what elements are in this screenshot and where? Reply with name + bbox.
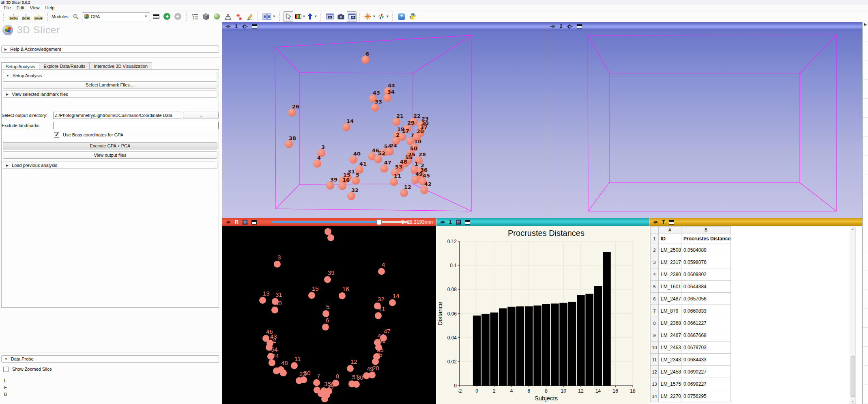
view-menu-icon[interactable] — [251, 220, 257, 225]
python-console-button[interactable] — [408, 11, 417, 22]
mouse-interaction-button[interactable] — [284, 11, 293, 22]
table-cell[interactable]: LM_2368 — [659, 317, 681, 329]
markups-button[interactable] — [234, 11, 244, 22]
table-cell[interactable]: LM_1575 — [659, 378, 681, 390]
landmark-point-14[interactable]: 14 — [342, 123, 350, 131]
output-directory-input[interactable] — [53, 112, 181, 119]
table-cell[interactable]: LM_879 — [659, 305, 681, 317]
landmark-point-11[interactable]: 11 — [390, 178, 398, 186]
view-selected-landmark-files-section[interactable]: ▶ View selected landmark files — [3, 91, 217, 98]
row-number[interactable]: 8 — [651, 317, 659, 329]
landmark-point[interactable] — [314, 387, 320, 393]
table-view[interactable]: T AB1IDProcrustes Distance2LM_25080.0584… — [649, 218, 862, 404]
chart-view[interactable]: 1 -202468101214161800.020.040.060.080.10… — [436, 218, 649, 404]
table-cell[interactable]: 0.0661227 — [681, 317, 731, 329]
landmark-point-38[interactable]: 38 — [285, 140, 293, 148]
load-dicom-button[interactable]: ↕DCM — [20, 11, 32, 22]
save-button[interactable]: ↓SAVE — [33, 11, 44, 22]
row-number[interactable]: 3 — [651, 256, 659, 268]
landmark-point-13[interactable]: 13 — [259, 297, 266, 304]
red-slice-view[interactable]: R S: 28.3193mm 3439151613314032144156464… — [222, 218, 436, 404]
capture-view-button[interactable] — [347, 11, 357, 22]
module-selector[interactable]: GPA ▼ — [82, 12, 150, 21]
landmark-point-26[interactable]: 26 — [288, 108, 296, 117]
boas-checkbox[interactable] — [54, 132, 59, 138]
table-cell[interactable]: LM_2463 — [659, 341, 681, 354]
scroll-up-icon[interactable]: ▲ — [850, 227, 855, 230]
layout-selector-button[interactable]: ▼ — [262, 11, 276, 22]
table-cell[interactable]: LM_2467 — [659, 329, 681, 341]
volumes-button[interactable] — [201, 11, 211, 22]
landmark-point[interactable] — [273, 367, 280, 374]
table-cell[interactable]: 0.0690227 — [681, 366, 731, 378]
landmark-point-32[interactable]: 32 — [347, 192, 355, 200]
scrollbar-thumb[interactable] — [851, 356, 855, 397]
capture-window-button[interactable] — [325, 11, 335, 22]
table-cell[interactable]: LM_2487 — [659, 293, 681, 305]
landmark-point-41[interactable]: 41 — [375, 312, 382, 319]
menu-file[interactable]: File — [1, 5, 14, 10]
scene-capture-button[interactable] — [336, 11, 346, 22]
pin-icon[interactable] — [226, 220, 231, 224]
view-menu-icon[interactable] — [252, 24, 257, 29]
landmark-point-39[interactable]: 39 — [324, 276, 331, 283]
select-landmark-files-button[interactable]: Select Landmark Files ... — [3, 81, 217, 89]
view-menu-icon[interactable] — [465, 220, 470, 225]
mesh-button[interactable] — [223, 11, 233, 22]
row-number[interactable]: 6 — [651, 293, 659, 305]
execute-gpa-pca-button[interactable]: Execute GPA + PCA — [3, 142, 217, 149]
threed-view-1[interactable]: 1 64434433326212223293 — [222, 22, 547, 218]
load-previous-analysis-section[interactable]: ▶ Load previous analysis — [3, 162, 217, 169]
help-acknowledgement-section[interactable]: ▶ Help & Acknowledgement — [1, 45, 219, 53]
table-cell[interactable]: LM_2508 — [659, 244, 681, 256]
table-cell[interactable]: 0.0609802 — [681, 268, 731, 281]
pin-icon[interactable] — [440, 220, 445, 224]
view-menu-icon[interactable] — [577, 24, 582, 29]
collapsed-panel-strip[interactable]: E — [862, 22, 868, 404]
place-point-button[interactable]: ▼ — [307, 11, 318, 22]
tab-interactive-3d-visualization[interactable]: Interactive 3D Visualization — [90, 62, 152, 70]
module-search-button[interactable] — [71, 11, 81, 22]
show-zoomed-slice-checkbox[interactable] — [3, 367, 9, 372]
row-number[interactable]: 4 — [651, 268, 659, 281]
landmark-point-4[interactable]: 4 — [313, 160, 321, 168]
slider-handle[interactable] — [376, 219, 382, 225]
landmark-point-5[interactable]: 5 — [322, 310, 329, 317]
load-data-button[interactable]: ↑DATA — [8, 11, 19, 22]
table-cell[interactable]: 0.0660833 — [681, 305, 731, 317]
row-number[interactable]: 5 — [651, 281, 659, 293]
landmark-point-6[interactable]: 6 — [322, 324, 329, 331]
red-slice-canvas[interactable]: 3439151613314032144156464352542411474453… — [222, 226, 436, 404]
landmark-point[interactable] — [321, 395, 328, 402]
landmark-point-12[interactable]: 12 — [347, 365, 354, 372]
row-number[interactable]: 13 — [651, 378, 659, 390]
landmark-point-21[interactable]: 21 — [392, 118, 400, 126]
setup-analysis-section[interactable]: ▼ Setup Analysis — [3, 72, 217, 79]
center-view-icon[interactable] — [567, 24, 573, 30]
landmark-point[interactable] — [327, 234, 334, 241]
pin-icon[interactable] — [653, 220, 658, 224]
threed-view-1-canvas[interactable]: 6443443332621222329301437191720273810354… — [222, 30, 547, 218]
landmark-point-34[interactable]: 34 — [383, 94, 391, 102]
jack-crosshair-button[interactable]: ▼ — [364, 11, 376, 22]
extensions-button[interactable] — [397, 11, 406, 22]
landmark-point-42[interactable]: 42 — [420, 186, 428, 194]
table-scrollbar[interactable]: ▲ ▼ — [850, 227, 856, 404]
table-cell[interactable]: 0.0584089 — [681, 244, 731, 256]
view-menu-icon[interactable] — [669, 220, 674, 225]
pinwheel-button[interactable]: ▼ — [377, 11, 389, 22]
subject-hierarchy-button[interactable] — [190, 11, 200, 22]
table-cell[interactable]: LM_2458 — [659, 366, 681, 378]
pin-icon[interactable] — [226, 25, 231, 28]
landmark-point-16[interactable]: 16 — [339, 292, 346, 299]
data-probe-section[interactable]: ▼ Data Probe — [1, 355, 219, 363]
table-cell[interactable]: 0.0699227 — [681, 378, 731, 390]
annotations-button[interactable] — [245, 11, 255, 22]
table-cell[interactable]: LM_2380 — [659, 268, 681, 281]
scroll-down-icon[interactable]: ▼ — [850, 400, 855, 403]
landmark-point[interactable] — [280, 369, 287, 376]
landmark-point-24[interactable]: 24 — [386, 147, 394, 156]
pin-icon[interactable] — [550, 25, 556, 28]
column-header-A[interactable]: A — [659, 227, 681, 233]
table-cell[interactable]: 0.0657056 — [681, 293, 731, 305]
